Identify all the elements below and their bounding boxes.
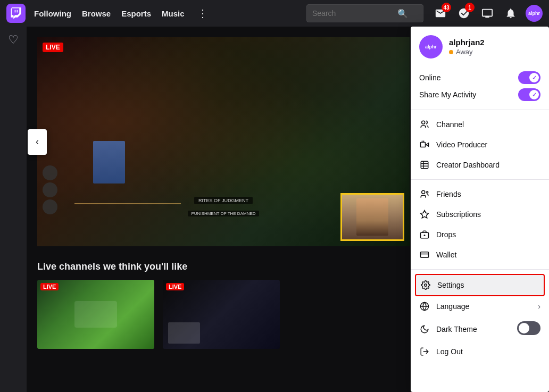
status-text: Away xyxy=(456,48,473,56)
video-player: RITES OF JUDGMENT PUNISHMENT OF THE DAMN… xyxy=(37,37,410,246)
menu-language[interactable]: Language › xyxy=(411,296,549,316)
menu-channel[interactable]: Channel xyxy=(411,114,549,135)
creator-dashboard-label: Creator Dashboard xyxy=(436,161,500,169)
drops-icon xyxy=(419,229,430,240)
dark-theme-toggle-knob xyxy=(519,323,529,333)
svg-rect-6 xyxy=(421,161,428,169)
wallet-icon xyxy=(419,249,430,260)
language-label: Language xyxy=(436,302,469,311)
dropdown-toggles: Online ✓ Share My Activity ✓ xyxy=(411,65,549,110)
nav-more-icon[interactable]: ⋮ xyxy=(197,7,208,20)
menu-group-2: Friends Subscriptions Drops Wallet xyxy=(411,180,549,270)
dropdown-avatar-text: alphr xyxy=(425,44,437,49)
svg-point-11 xyxy=(427,191,428,193)
friends-label: Friends xyxy=(436,190,461,198)
thumb-live-badge-2: LIVE xyxy=(166,283,184,290)
channel-icon xyxy=(419,119,430,130)
menu-video-producer[interactable]: Video Producer xyxy=(411,135,549,155)
topnav-right: 43 1 alphr xyxy=(432,5,543,22)
subscriptions-icon xyxy=(419,209,430,220)
tv-button[interactable] xyxy=(479,5,496,22)
language-chevron-icon: › xyxy=(538,302,540,311)
svg-point-18 xyxy=(425,284,427,287)
settings-icon xyxy=(420,280,431,290)
inbox-badge: 43 xyxy=(442,3,451,12)
pip-video xyxy=(342,195,403,239)
nav-browse[interactable]: Browse xyxy=(82,9,111,18)
menu-dark-theme[interactable]: Dark Theme xyxy=(411,316,549,341)
settings-label: Settings xyxy=(437,281,464,289)
menu-friends[interactable]: Friends xyxy=(411,184,549,204)
nav-music[interactable]: Music xyxy=(162,9,185,18)
dropdown-profile: alphr alphrjan2 Away xyxy=(411,27,549,65)
video-producer-icon xyxy=(419,139,430,150)
activity-button[interactable]: 1 xyxy=(455,5,472,22)
video-producer-label: Video Producer xyxy=(436,140,487,149)
inbox-button[interactable]: 43 xyxy=(432,5,449,22)
online-toggle[interactable]: ✓ xyxy=(518,71,540,84)
dropdown-profile-info: alphrjan2 Away xyxy=(449,38,485,56)
nav-links: Following Browse Esports Music ⋮ xyxy=(34,7,208,20)
prev-button[interactable]: ‹ xyxy=(28,129,47,155)
live-badge: LIVE xyxy=(43,43,63,52)
menu-group-1: Channel Video Producer Creator Dashboard xyxy=(411,110,549,180)
dropdown-username: alphrjan2 xyxy=(449,38,485,47)
toggle-check-icon: ✓ xyxy=(532,74,537,81)
menu-settings[interactable]: Settings xyxy=(415,274,545,296)
dropdown-avatar: alphr xyxy=(419,35,443,59)
search-bar[interactable]: 🔍 xyxy=(306,4,423,22)
online-label: Online xyxy=(419,73,440,82)
svg-rect-1 xyxy=(15,10,16,13)
drops-label: Drops xyxy=(436,230,456,239)
share-activity-toggle-row: Share My Activity ✓ xyxy=(419,86,540,103)
menu-subscriptions[interactable]: Subscriptions xyxy=(411,204,549,224)
nav-following[interactable]: Following xyxy=(34,9,71,18)
nav-esports[interactable]: Esports xyxy=(121,9,151,18)
svg-rect-0 xyxy=(17,10,18,13)
share-activity-label: Share My Activity xyxy=(419,90,476,99)
thumbnail-1: LIVE xyxy=(37,280,154,349)
share-activity-toggle[interactable]: ✓ xyxy=(518,88,540,101)
logout-label: Log Out xyxy=(436,347,463,356)
share-toggle-check-icon: ✓ xyxy=(532,91,537,98)
activity-badge: 1 xyxy=(465,3,475,12)
dropdown-status: Away xyxy=(449,48,485,56)
menu-creator-dashboard[interactable]: Creator Dashboard xyxy=(411,155,549,175)
svg-point-2 xyxy=(422,121,425,124)
user-avatar-button[interactable]: alphr xyxy=(526,5,543,22)
pip-window xyxy=(340,193,404,241)
dark-theme-icon xyxy=(419,324,430,335)
language-icon xyxy=(419,301,430,312)
channel-label: Channel xyxy=(436,120,464,129)
thumbnail-2: LIVE xyxy=(163,280,280,349)
search-input[interactable] xyxy=(312,9,397,18)
online-toggle-knob: ✓ xyxy=(529,73,539,82)
dark-theme-toggle[interactable] xyxy=(517,321,540,335)
notifications-button[interactable] xyxy=(502,5,519,22)
menu-drops[interactable]: Drops xyxy=(411,224,549,245)
share-activity-toggle-knob: ✓ xyxy=(529,90,539,99)
menu-wallet[interactable]: Wallet xyxy=(411,245,549,265)
topnav: Following Browse Esports Music ⋮ 🔍 43 1 … xyxy=(0,0,549,27)
friends-icon xyxy=(419,189,430,199)
subscriptions-label: Subscriptions xyxy=(436,210,481,219)
logout-icon xyxy=(419,346,430,357)
left-sidebar: ♡ xyxy=(0,27,27,392)
creator-dashboard-icon xyxy=(419,160,430,170)
dark-theme-label: Dark Theme xyxy=(436,325,477,333)
svg-rect-3 xyxy=(421,143,426,147)
svg-rect-16 xyxy=(421,252,429,258)
status-dot xyxy=(449,50,453,54)
wallet-label: Wallet xyxy=(436,251,456,259)
following-icon[interactable]: ♡ xyxy=(8,33,19,47)
search-icon: 🔍 xyxy=(397,9,408,19)
menu-group-3: Settings Language › Dark Theme Log xyxy=(411,270,549,366)
online-toggle-row: Online ✓ xyxy=(419,69,540,86)
svg-marker-12 xyxy=(421,211,429,218)
thumb-live-badge-1: LIVE xyxy=(40,283,59,290)
dark-theme-toggle-wrapper xyxy=(517,321,540,337)
svg-point-10 xyxy=(422,190,425,194)
twitch-logo[interactable] xyxy=(6,4,26,23)
avatar-text: alphr xyxy=(528,11,540,16)
menu-logout[interactable]: Log Out xyxy=(411,341,549,362)
